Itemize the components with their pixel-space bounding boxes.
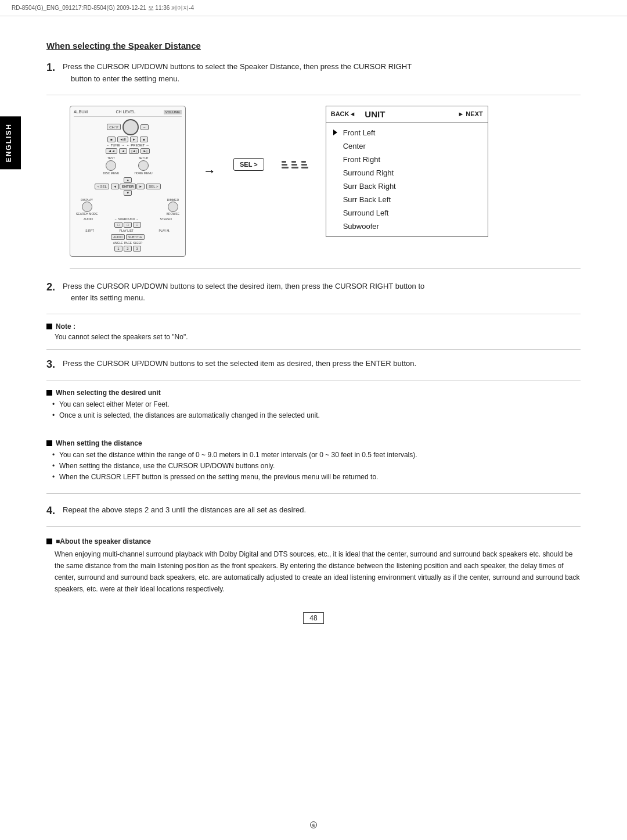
menu-item-front-left: Front Left xyxy=(333,126,481,139)
about-text: When enjoying multi-channel surround pla… xyxy=(55,549,581,595)
menu-title: UNIT xyxy=(361,109,457,119)
remote-row-5: TEST DISC MENU SETUP HOME MENU xyxy=(74,156,182,175)
note-title: Note : xyxy=(46,322,581,331)
remote-row-nav: < SEL ▲ ◄ ENTER ► ▼ SEL > xyxy=(74,177,182,196)
step-4-number: 4. xyxy=(46,505,63,517)
menu-item-surround-left: Surround Left xyxy=(333,206,481,220)
about-block: ■About the speaker distance When enjoyin… xyxy=(46,537,581,595)
info-2-title: When setting the distance xyxy=(46,439,581,447)
step-1-number: 1. xyxy=(46,62,63,85)
remote-row-nums: 1 2 3 xyxy=(74,246,182,252)
info-2-bullet-1: You can set the distance within the rang… xyxy=(52,450,581,461)
menu-item-surr-back-left: Surr Back Left xyxy=(333,193,481,206)
menu-active-indicator xyxy=(333,130,337,135)
about-square-icon xyxy=(46,539,52,544)
remote-control-illustration: ALBUM CH LEVEL VOLUME CH ▽ – ■ ◄/II ► ■ … xyxy=(70,106,186,257)
info-2-bullet-2: When setting the distance, use the CURSO… xyxy=(52,461,581,472)
section-title: When selecting the Speaker Distance xyxy=(46,41,201,51)
remote-row-bottom: AUDIO SUBTITLE xyxy=(74,234,182,240)
menu-back-label: BACK◄ xyxy=(331,110,356,117)
step-3-text: Press the CURSOR UP/DOWN buttons to set … xyxy=(63,358,581,371)
info-section-2: When setting the distance You can set th… xyxy=(46,439,581,494)
menu-next-label: ► NEXT xyxy=(457,110,482,117)
menu-item-label: Front Right xyxy=(343,155,380,164)
menu-item-label: Surr Back Left xyxy=(343,195,391,204)
page-number-area: 48 xyxy=(46,612,581,624)
menu-item-surround-right: Surround Right xyxy=(333,166,481,180)
sel-button: SEL > xyxy=(233,158,264,171)
diagram-arrow: → xyxy=(203,164,216,179)
note-block: Note : You cannot select the speakers se… xyxy=(46,322,581,350)
remote-row-3: ← TUNE → ← PRESET → xyxy=(74,143,182,147)
menu-panel: BACK◄ UNIT ► NEXT Front Left Center xyxy=(326,106,488,237)
step-2: 2. Press the CURSOR UP/DOWN buttons to s… xyxy=(46,281,581,315)
step-2-text: Press the CURSOR UP/DOWN buttons to sele… xyxy=(63,281,581,305)
step-3: 3. Press the CURSOR UP/DOWN buttons to s… xyxy=(46,358,581,380)
info-2-bullets: You can set the distance within the rang… xyxy=(52,450,581,483)
speaker-symbols xyxy=(282,161,308,168)
step-3-number: 3. xyxy=(46,358,63,371)
remote-header: ALBUM CH LEVEL VOLUME xyxy=(74,110,182,117)
info-2-bullet-3: When the CURSOR LEFT button is pressed o… xyxy=(52,472,581,483)
menu-item-front-right: Front Right xyxy=(333,153,481,166)
info-1-bullets: You can select either Meter or Feet. Onc… xyxy=(52,399,581,421)
menu-item-label: Front Left xyxy=(343,128,376,137)
remote-row-display: DISPLAY SEARCH MODE DIMMER BROWSE xyxy=(74,198,182,216)
bottom-registration-marks: ⊕ xyxy=(310,821,317,828)
info-1-bullet-2: Once a unit is selected, the distances a… xyxy=(52,410,581,421)
about-title: ■About the speaker distance xyxy=(46,537,581,545)
menu-item-label: Surr Back Right xyxy=(343,182,396,191)
reg-mark-icon: ⊕ xyxy=(310,821,317,828)
info-square-icon-1 xyxy=(46,390,52,396)
note-square-icon xyxy=(46,324,52,329)
page-number: 48 xyxy=(303,612,323,624)
info-square-icon-2 xyxy=(46,440,52,446)
remote-row-labels: S.RPT PLAY LIST PLAY M. xyxy=(74,229,182,232)
menu-item-label: Subwoofer xyxy=(343,222,379,231)
remote-row-audio: AUDIO ← SURROUND → STEREO xyxy=(74,217,182,221)
sel-button-area: SEL > xyxy=(233,158,264,171)
remote-row-4: ◄◄ ◄ |◄| ►| xyxy=(74,148,182,154)
remote-row-buttons: □ □ □ xyxy=(74,222,182,228)
step-1-text: Press the CURSOR UP/DOWN buttons to sele… xyxy=(63,61,581,85)
info-section-1: When selecting the desired unit You can … xyxy=(46,389,581,429)
step-4-text: Repeat the above steps 2 and 3 until the… xyxy=(63,504,581,517)
remote-row-1: CH ▽ – xyxy=(74,119,182,135)
remote-row-numbers: ANGLE PAGE SLEEP xyxy=(74,241,182,245)
menu-item-surr-back-right: Surr Back Right xyxy=(333,180,481,193)
step-1: 1. Press the CURSOR UP/DOWN buttons to s… xyxy=(46,61,581,95)
menu-item-label: Surround Left xyxy=(343,209,389,217)
menu-item-center: Center xyxy=(333,139,481,153)
diagram-area: ALBUM CH LEVEL VOLUME CH ▽ – ■ ◄/II ► ■ … xyxy=(70,106,581,269)
step-4: 4. Repeat the above steps 2 and 3 until … xyxy=(46,504,581,527)
step-2-number: 2. xyxy=(46,281,63,305)
menu-header: BACK◄ UNIT ► NEXT xyxy=(326,106,488,123)
remote-row-2: ■ ◄/II ► ■ xyxy=(74,137,182,142)
menu-item-label: Center xyxy=(343,142,366,150)
note-text: You cannot select the speakers set to "N… xyxy=(55,333,581,341)
menu-items-list: Front Left Center Front Right Surround R… xyxy=(326,123,488,236)
info-1-title: When selecting the desired unit xyxy=(46,389,581,397)
menu-item-label: Surround Right xyxy=(343,168,394,177)
info-1-bullet-1: You can select either Meter or Feet. xyxy=(52,399,581,410)
menu-item-subwoofer: Subwoofer xyxy=(333,220,481,233)
